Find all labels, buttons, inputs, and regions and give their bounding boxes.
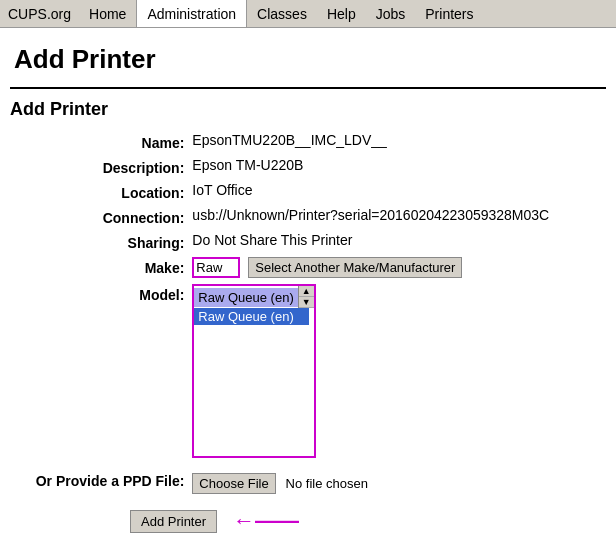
model-row: Model: Raw Queue (en) ▲ ▼ Raw Queue (en) <box>12 284 604 463</box>
sharing-label: Sharing: <box>12 232 190 255</box>
navbar: CUPS.org Home Administration Classes Hel… <box>0 0 616 28</box>
name-label: Name: <box>12 132 190 155</box>
ppd-row: Or Provide a PPD File: Choose File No fi… <box>12 465 604 498</box>
make-row: Make: Select Another Make/Manufacturer <box>12 257 604 282</box>
printer-form: Name: EpsonTMU220B__IMC_LDV__ Descriptio… <box>10 130 606 500</box>
scroll-down-icon[interactable]: ▼ <box>299 297 314 308</box>
model-selected-text: Raw Queue (en) <box>194 288 297 307</box>
arrow-icon: ←—— <box>233 508 299 534</box>
nav-administration[interactable]: Administration <box>136 0 247 27</box>
model-top-row: Raw Queue (en) ▲ ▼ <box>194 286 313 308</box>
make-input[interactable] <box>192 257 240 278</box>
add-printer-row: Add Printer ←—— <box>10 500 606 534</box>
location-label: Location: <box>12 182 190 205</box>
location-row: Location: IoT Office <box>12 182 604 205</box>
name-value: EpsonTMU220B__IMC_LDV__ <box>192 132 604 155</box>
location-value: IoT Office <box>192 182 604 205</box>
model-option-raw[interactable]: Raw Queue (en) <box>194 308 309 325</box>
make-cell: Select Another Make/Manufacturer <box>192 257 604 282</box>
connection-label: Connection: <box>12 207 190 230</box>
description-value: Epson TM-U220B <box>192 157 604 180</box>
add-printer-section: Add Printer Name: EpsonTMU220B__IMC_LDV_… <box>10 87 606 537</box>
section-title: Add Printer <box>10 99 606 130</box>
nav-printers[interactable]: Printers <box>415 0 483 27</box>
sharing-row: Sharing: Do Not Share This Printer <box>12 232 604 255</box>
model-label: Model: <box>12 284 190 463</box>
description-label: Description: <box>12 157 190 180</box>
nav-brand[interactable]: CUPS.org <box>0 0 79 27</box>
model-cell: Raw Queue (en) ▲ ▼ Raw Queue (en) <box>192 284 604 463</box>
nav-home[interactable]: Home <box>79 0 136 27</box>
model-listbox[interactable]: Raw Queue (en) <box>194 308 309 456</box>
description-row: Description: Epson TM-U220B <box>12 157 604 180</box>
page-title: Add Printer <box>0 28 616 87</box>
add-printer-button[interactable]: Add Printer <box>130 510 217 533</box>
sharing-value: Do Not Share This Printer <box>192 232 604 255</box>
connection-value: usb://Unknown/Printer?serial=20160204223… <box>192 207 604 230</box>
select-make-button[interactable]: Select Another Make/Manufacturer <box>248 257 462 278</box>
make-label: Make: <box>12 257 190 282</box>
ppd-label: Or Provide a PPD File: <box>12 465 190 498</box>
name-row: Name: EpsonTMU220B__IMC_LDV__ <box>12 132 604 155</box>
choose-file-button[interactable]: Choose File <box>192 473 275 494</box>
nav-jobs[interactable]: Jobs <box>366 0 416 27</box>
scroll-up-icon[interactable]: ▲ <box>299 286 314 297</box>
nav-help[interactable]: Help <box>317 0 366 27</box>
model-select-area: Raw Queue (en) ▲ ▼ Raw Queue (en) <box>192 284 315 458</box>
connection-row: Connection: usb://Unknown/Printer?serial… <box>12 207 604 230</box>
model-scroll-arrows: ▲ ▼ <box>298 286 314 308</box>
ppd-cell: Choose File No file chosen <box>192 465 604 498</box>
nav-classes[interactable]: Classes <box>247 0 317 27</box>
no-file-text: No file chosen <box>286 476 368 491</box>
